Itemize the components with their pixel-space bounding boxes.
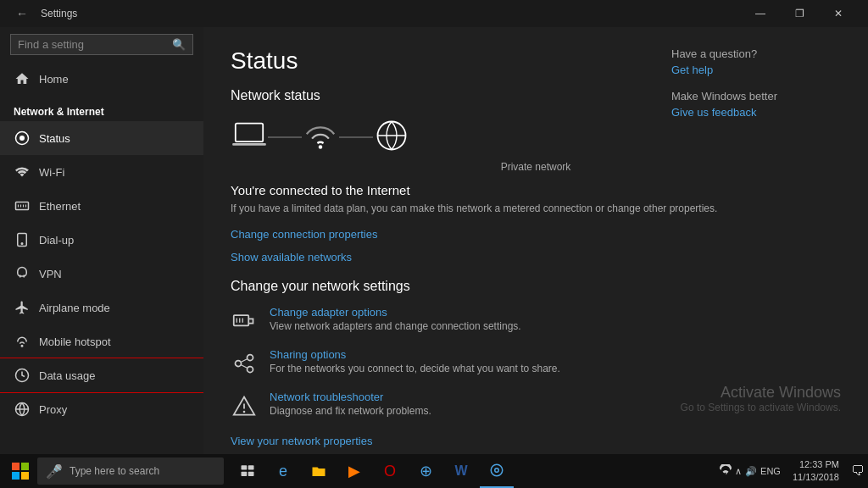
volume-icon[interactable]: 🔊 xyxy=(745,466,757,477)
sidebar-item-dialup[interactable]: Dial-up xyxy=(0,223,203,257)
clock-date: 11/13/2018 xyxy=(793,471,839,484)
search-box[interactable]: 🔍 xyxy=(10,34,193,55)
sidebar-item-status[interactable]: Status xyxy=(0,121,203,155)
question-title: Have a question? xyxy=(671,47,841,60)
status-icon xyxy=(14,130,31,147)
svg-rect-18 xyxy=(21,463,29,470)
search-icon: 🔍 xyxy=(172,38,186,51)
svg-rect-19 xyxy=(12,472,19,480)
taskbar-vlc[interactable]: ▶ xyxy=(337,454,371,488)
troubleshoot-desc: Diagnose and fix network problems. xyxy=(270,405,431,417)
taskbar-settings[interactable] xyxy=(480,454,514,488)
sidebar-item-vpn[interactable]: VPN xyxy=(0,257,203,291)
taskbar-chrome[interactable]: ⊕ xyxy=(409,454,442,488)
mobile-hotspot-icon xyxy=(14,333,31,350)
data-usage-icon xyxy=(14,367,31,384)
give-feedback-link[interactable]: Give us feedback xyxy=(671,106,841,119)
sidebar-item-home[interactable]: Home xyxy=(0,62,203,96)
svg-rect-12 xyxy=(234,315,249,325)
sidebar-category: Network & Internet xyxy=(0,99,203,121)
airplane-icon xyxy=(14,299,31,316)
dialup-icon xyxy=(14,231,31,248)
connected-text: You're connected to the Internet xyxy=(231,183,841,197)
svg-point-10 xyxy=(319,145,323,149)
troubleshoot-title[interactable]: Network troubleshooter xyxy=(270,391,431,403)
title-bar: ← Settings — ❐ ✕ xyxy=(0,0,868,27)
svg-point-16 xyxy=(243,411,246,413)
sharing-desc: For the networks you connect to, decide … xyxy=(270,363,560,374)
laptop-icon xyxy=(231,120,268,154)
change-connection-link[interactable]: Change connection properties xyxy=(231,228,377,241)
sharing-title[interactable]: Sharing options xyxy=(270,348,560,361)
title-bar-title: Settings xyxy=(34,8,741,19)
sidebar-item-data-usage[interactable]: Data usage xyxy=(0,358,203,392)
network-label: Private network xyxy=(231,161,841,173)
svg-rect-22 xyxy=(248,465,254,469)
start-button[interactable] xyxy=(3,454,37,488)
sidebar-label-airplane: Airplane mode xyxy=(39,302,110,314)
svg-rect-2 xyxy=(16,202,29,210)
search-input[interactable] xyxy=(18,38,172,51)
taskbar-opera[interactable]: O xyxy=(373,454,407,488)
taskbar-explorer[interactable] xyxy=(302,454,336,488)
system-clock[interactable]: 12:33 PM 11/13/2018 xyxy=(786,458,846,485)
taskbar-word[interactable]: W xyxy=(444,454,478,488)
sidebar-label-vpn: VPN xyxy=(39,268,62,280)
svg-point-14 xyxy=(248,355,253,361)
taskbar-right: ∧ 🔊 ENG 12:33 PM 11/13/2018 🗨 xyxy=(720,454,865,488)
svg-rect-8 xyxy=(236,124,263,142)
adapter-desc: View network adapters and change connect… xyxy=(270,320,521,332)
close-button[interactable]: ✕ xyxy=(819,0,858,27)
sidebar-label-status: Status xyxy=(39,132,70,145)
get-help-link[interactable]: Get help xyxy=(671,64,841,76)
window-controls: — ❐ ✕ xyxy=(741,0,858,27)
wifi-signal-icon xyxy=(302,120,339,154)
connector-line-1 xyxy=(268,136,302,138)
right-panel: Have a question? Get help Make Windows b… xyxy=(671,47,841,132)
globe-icon xyxy=(373,117,410,158)
adapter-icon xyxy=(231,308,258,335)
sidebar-item-proxy[interactable]: Proxy xyxy=(0,392,203,426)
adapter-text: Change adapter options View network adap… xyxy=(270,306,521,332)
chevron-tray-icon[interactable]: ∧ xyxy=(735,466,742,477)
connected-subtext: If you have a limited data plan, you can… xyxy=(231,202,722,214)
troubleshoot-text: Network troubleshooter Diagnose and fix … xyxy=(270,391,431,417)
connector-line-2 xyxy=(339,136,373,138)
sidebar: 🔍 Home Network & Internet Status Wi-Fi xyxy=(0,27,203,454)
sidebar-label-proxy: Proxy xyxy=(39,403,67,416)
back-button[interactable]: ← xyxy=(10,2,34,25)
activate-watermark: Activate Windows Go to Settings to activ… xyxy=(681,384,841,413)
sidebar-label-mobile: Mobile hotspot xyxy=(39,336,111,348)
svg-point-15 xyxy=(248,367,253,373)
view-properties-link[interactable]: View your network properties xyxy=(231,435,372,447)
troubleshoot-icon xyxy=(231,392,258,419)
taskbar-edge[interactable]: e xyxy=(266,454,300,488)
sidebar-item-wifi[interactable]: Wi-Fi xyxy=(0,155,203,189)
taskbar-search-box[interactable]: 🎤 Type here to search xyxy=(37,458,224,485)
sidebar-item-airplane[interactable]: Airplane mode xyxy=(0,291,203,324)
sidebar-item-ethernet[interactable]: Ethernet xyxy=(0,189,203,223)
adapter-title[interactable]: Change adapter options xyxy=(270,306,521,319)
svg-rect-17 xyxy=(12,463,19,470)
taskbar-apps: e ▶ O ⊕ W xyxy=(231,454,514,488)
make-better-title: Make Windows better xyxy=(671,90,841,103)
change-network-title: Change your network settings xyxy=(231,279,841,294)
svg-rect-20 xyxy=(21,472,29,480)
notification-button[interactable]: 🗨 xyxy=(851,463,865,479)
network-tray-icon[interactable] xyxy=(720,464,732,478)
taskbar-task-view[interactable] xyxy=(231,454,264,488)
minimize-button[interactable]: — xyxy=(741,0,780,27)
svg-point-1 xyxy=(19,136,25,141)
proxy-icon xyxy=(14,401,31,418)
restore-button[interactable]: ❐ xyxy=(780,0,819,27)
svg-rect-21 xyxy=(242,465,248,469)
svg-point-13 xyxy=(236,361,242,367)
app-body: 🔍 Home Network & Internet Status Wi-Fi xyxy=(0,27,868,454)
home-icon xyxy=(14,70,31,87)
show-networks-link[interactable]: Show available networks xyxy=(231,251,352,263)
clock-time: 12:33 PM xyxy=(793,458,839,471)
activate-title: Activate Windows xyxy=(681,384,841,402)
sidebar-label-wifi: Wi-Fi xyxy=(39,166,64,179)
sidebar-label-home: Home xyxy=(39,73,69,86)
sidebar-item-mobile-hotspot[interactable]: Mobile hotspot xyxy=(0,324,203,358)
